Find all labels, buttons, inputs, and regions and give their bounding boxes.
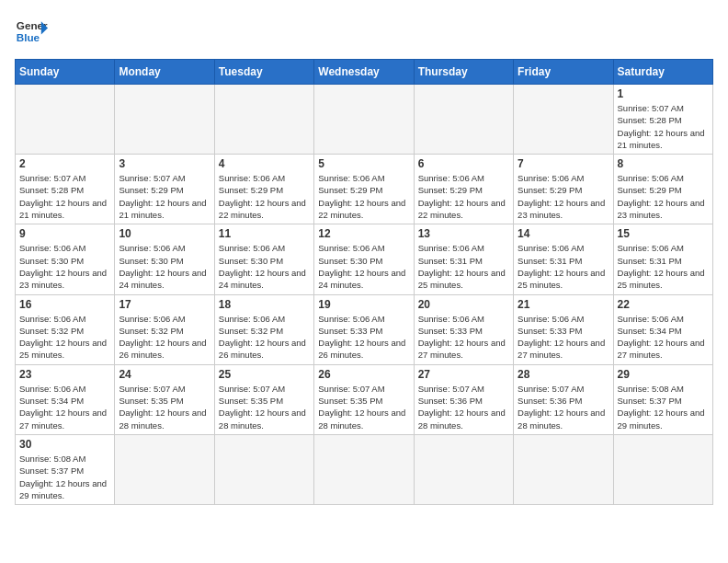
day-number: 14 bbox=[518, 227, 609, 240]
calendar-cell: 28Sunrise: 5:07 AM Sunset: 5:36 PM Dayli… bbox=[514, 364, 613, 434]
day-header-sunday: Sunday bbox=[16, 60, 115, 85]
day-number: 15 bbox=[618, 227, 709, 240]
day-info: Sunrise: 5:06 AM Sunset: 5:32 PM Dayligh… bbox=[219, 313, 310, 362]
calendar-cell: 21Sunrise: 5:06 AM Sunset: 5:33 PM Dayli… bbox=[514, 294, 613, 364]
day-info: Sunrise: 5:06 AM Sunset: 5:31 PM Dayligh… bbox=[618, 242, 709, 291]
calendar-week-row: 30Sunrise: 5:08 AM Sunset: 5:37 PM Dayli… bbox=[16, 434, 713, 504]
day-info: Sunrise: 5:08 AM Sunset: 5:37 PM Dayligh… bbox=[19, 453, 110, 501]
day-info: Sunrise: 5:06 AM Sunset: 5:29 PM Dayligh… bbox=[219, 172, 310, 221]
calendar-cell: 9Sunrise: 5:06 AM Sunset: 5:30 PM Daylig… bbox=[16, 224, 115, 294]
day-number: 6 bbox=[418, 157, 509, 170]
day-number: 16 bbox=[19, 298, 110, 311]
day-info: Sunrise: 5:07 AM Sunset: 5:35 PM Dayligh… bbox=[119, 383, 210, 431]
day-info: Sunrise: 5:06 AM Sunset: 5:33 PM Dayligh… bbox=[318, 313, 409, 362]
calendar-cell: 8Sunrise: 5:06 AM Sunset: 5:29 PM Daylig… bbox=[613, 155, 712, 224]
day-info: Sunrise: 5:06 AM Sunset: 5:34 PM Dayligh… bbox=[19, 383, 110, 431]
day-number: 7 bbox=[518, 157, 609, 170]
calendar-cell bbox=[214, 434, 313, 504]
day-number: 23 bbox=[19, 368, 110, 381]
day-info: Sunrise: 5:07 AM Sunset: 5:29 PM Dayligh… bbox=[119, 172, 210, 221]
day-number: 21 bbox=[518, 298, 609, 311]
calendar-cell bbox=[314, 85, 414, 155]
day-number: 11 bbox=[219, 227, 310, 240]
day-header-monday: Monday bbox=[115, 60, 214, 85]
calendar-cell: 25Sunrise: 5:07 AM Sunset: 5:35 PM Dayli… bbox=[214, 364, 313, 434]
day-number: 8 bbox=[618, 157, 709, 170]
day-info: Sunrise: 5:06 AM Sunset: 5:30 PM Dayligh… bbox=[219, 242, 310, 291]
calendar-cell bbox=[16, 85, 115, 155]
calendar-cell: 27Sunrise: 5:07 AM Sunset: 5:36 PM Dayli… bbox=[414, 364, 513, 434]
calendar-week-row: 9Sunrise: 5:06 AM Sunset: 5:30 PM Daylig… bbox=[16, 224, 713, 294]
day-number: 18 bbox=[219, 298, 310, 311]
calendar-cell bbox=[115, 85, 214, 155]
day-number: 13 bbox=[418, 227, 509, 240]
calendar-table: SundayMondayTuesdayWednesdayThursdayFrid… bbox=[15, 59, 713, 505]
day-info: Sunrise: 5:06 AM Sunset: 5:29 PM Dayligh… bbox=[418, 172, 509, 221]
day-number: 27 bbox=[418, 368, 509, 381]
calendar-cell: 16Sunrise: 5:06 AM Sunset: 5:32 PM Dayli… bbox=[16, 294, 115, 364]
page-header: General Blue bbox=[15, 15, 713, 48]
calendar-cell: 19Sunrise: 5:06 AM Sunset: 5:33 PM Dayli… bbox=[314, 294, 414, 364]
calendar-cell: 20Sunrise: 5:06 AM Sunset: 5:33 PM Dayli… bbox=[414, 294, 513, 364]
calendar-cell: 26Sunrise: 5:07 AM Sunset: 5:35 PM Dayli… bbox=[314, 364, 414, 434]
day-number: 25 bbox=[219, 368, 310, 381]
day-header-friday: Friday bbox=[514, 60, 613, 85]
day-info: Sunrise: 5:06 AM Sunset: 5:32 PM Dayligh… bbox=[119, 313, 210, 362]
calendar-cell: 12Sunrise: 5:06 AM Sunset: 5:30 PM Dayli… bbox=[314, 224, 414, 294]
day-info: Sunrise: 5:06 AM Sunset: 5:33 PM Dayligh… bbox=[518, 313, 609, 362]
day-number: 19 bbox=[318, 298, 409, 311]
day-number: 29 bbox=[618, 368, 709, 381]
day-info: Sunrise: 5:06 AM Sunset: 5:29 PM Dayligh… bbox=[618, 172, 709, 221]
day-info: Sunrise: 5:06 AM Sunset: 5:29 PM Dayligh… bbox=[518, 172, 609, 221]
day-info: Sunrise: 5:06 AM Sunset: 5:30 PM Dayligh… bbox=[19, 242, 110, 291]
day-number: 9 bbox=[19, 227, 110, 240]
calendar-cell: 18Sunrise: 5:06 AM Sunset: 5:32 PM Dayli… bbox=[214, 294, 313, 364]
day-info: Sunrise: 5:07 AM Sunset: 5:36 PM Dayligh… bbox=[518, 383, 609, 431]
calendar-cell: 15Sunrise: 5:06 AM Sunset: 5:31 PM Dayli… bbox=[613, 224, 712, 294]
day-info: Sunrise: 5:06 AM Sunset: 5:31 PM Dayligh… bbox=[418, 242, 509, 291]
calendar-cell bbox=[414, 85, 513, 155]
day-info: Sunrise: 5:08 AM Sunset: 5:37 PM Dayligh… bbox=[618, 383, 709, 431]
day-info: Sunrise: 5:06 AM Sunset: 5:31 PM Dayligh… bbox=[518, 242, 609, 291]
calendar-cell bbox=[414, 434, 513, 504]
calendar-cell: 29Sunrise: 5:08 AM Sunset: 5:37 PM Dayli… bbox=[613, 364, 712, 434]
day-info: Sunrise: 5:06 AM Sunset: 5:30 PM Dayligh… bbox=[119, 242, 210, 291]
calendar-cell: 3Sunrise: 5:07 AM Sunset: 5:29 PM Daylig… bbox=[115, 155, 214, 224]
day-header-saturday: Saturday bbox=[613, 60, 712, 85]
calendar-cell: 14Sunrise: 5:06 AM Sunset: 5:31 PM Dayli… bbox=[514, 224, 613, 294]
calendar-header-row: SundayMondayTuesdayWednesdayThursdayFrid… bbox=[16, 60, 713, 85]
calendar-cell: 2Sunrise: 5:07 AM Sunset: 5:28 PM Daylig… bbox=[16, 155, 115, 224]
day-number: 5 bbox=[318, 157, 409, 170]
calendar-cell: 4Sunrise: 5:06 AM Sunset: 5:29 PM Daylig… bbox=[214, 155, 313, 224]
day-number: 20 bbox=[418, 298, 509, 311]
day-number: 12 bbox=[318, 227, 409, 240]
day-info: Sunrise: 5:06 AM Sunset: 5:32 PM Dayligh… bbox=[19, 313, 110, 362]
calendar-cell: 6Sunrise: 5:06 AM Sunset: 5:29 PM Daylig… bbox=[414, 155, 513, 224]
day-number: 10 bbox=[119, 227, 210, 240]
calendar-week-row: 16Sunrise: 5:06 AM Sunset: 5:32 PM Dayli… bbox=[16, 294, 713, 364]
day-number: 30 bbox=[19, 438, 110, 451]
calendar-cell bbox=[115, 434, 214, 504]
day-info: Sunrise: 5:07 AM Sunset: 5:28 PM Dayligh… bbox=[618, 102, 709, 151]
day-number: 2 bbox=[19, 157, 110, 170]
calendar-cell: 5Sunrise: 5:06 AM Sunset: 5:29 PM Daylig… bbox=[314, 155, 414, 224]
calendar-cell: 1Sunrise: 5:07 AM Sunset: 5:28 PM Daylig… bbox=[613, 85, 712, 155]
day-header-thursday: Thursday bbox=[414, 60, 513, 85]
day-number: 1 bbox=[618, 87, 709, 100]
day-header-tuesday: Tuesday bbox=[214, 60, 313, 85]
calendar-cell: 7Sunrise: 5:06 AM Sunset: 5:29 PM Daylig… bbox=[514, 155, 613, 224]
day-number: 4 bbox=[219, 157, 310, 170]
calendar-cell bbox=[214, 85, 313, 155]
calendar-week-row: 1Sunrise: 5:07 AM Sunset: 5:28 PM Daylig… bbox=[16, 85, 713, 155]
calendar-week-row: 23Sunrise: 5:06 AM Sunset: 5:34 PM Dayli… bbox=[16, 364, 713, 434]
day-number: 22 bbox=[618, 298, 709, 311]
logo-icon: General Blue bbox=[15, 15, 48, 48]
calendar-cell bbox=[314, 434, 414, 504]
day-number: 28 bbox=[518, 368, 609, 381]
day-info: Sunrise: 5:07 AM Sunset: 5:28 PM Dayligh… bbox=[19, 172, 110, 221]
day-info: Sunrise: 5:06 AM Sunset: 5:29 PM Dayligh… bbox=[318, 172, 409, 221]
logo: General Blue bbox=[15, 15, 48, 48]
calendar-cell: 30Sunrise: 5:08 AM Sunset: 5:37 PM Dayli… bbox=[16, 434, 115, 504]
calendar-cell: 17Sunrise: 5:06 AM Sunset: 5:32 PM Dayli… bbox=[115, 294, 214, 364]
day-number: 26 bbox=[318, 368, 409, 381]
